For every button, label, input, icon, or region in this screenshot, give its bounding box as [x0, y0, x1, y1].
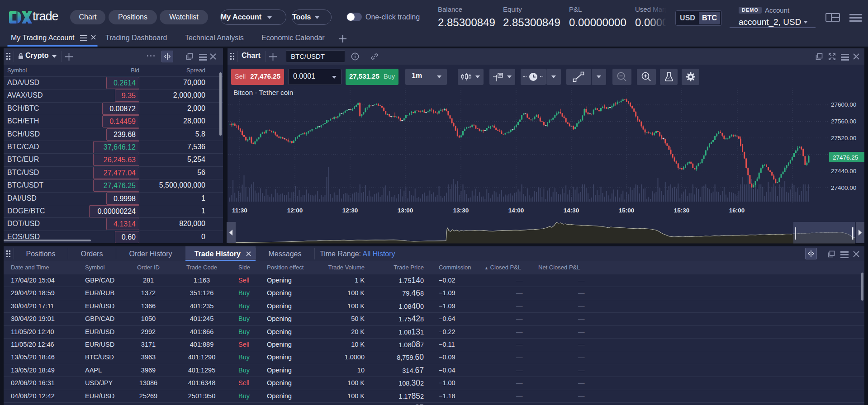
svg-text:13:00: 13:00	[398, 207, 413, 214]
svg-text:14:00: 14:00	[508, 207, 524, 214]
svg-text:14:30: 14:30	[564, 207, 579, 214]
svg-text:27560.00: 27560.00	[831, 118, 856, 125]
svg-text:27476.25: 27476.25	[833, 154, 858, 161]
svg-text:12:00: 12:00	[287, 207, 303, 214]
svg-text:15:30: 15:30	[674, 207, 690, 214]
svg-text:15:00: 15:00	[619, 207, 635, 214]
svg-text:12:30: 12:30	[342, 207, 358, 214]
svg-text:27400.00: 27400.00	[831, 184, 856, 191]
svg-text:13:30: 13:30	[453, 207, 469, 214]
svg-text:27440.00: 27440.00	[831, 168, 856, 174]
svg-text:11:30: 11:30	[232, 207, 247, 214]
svg-text:27600.00: 27600.00	[831, 101, 856, 108]
svg-text:16:00: 16:00	[729, 207, 745, 214]
svg-text:27520.00: 27520.00	[831, 135, 856, 141]
